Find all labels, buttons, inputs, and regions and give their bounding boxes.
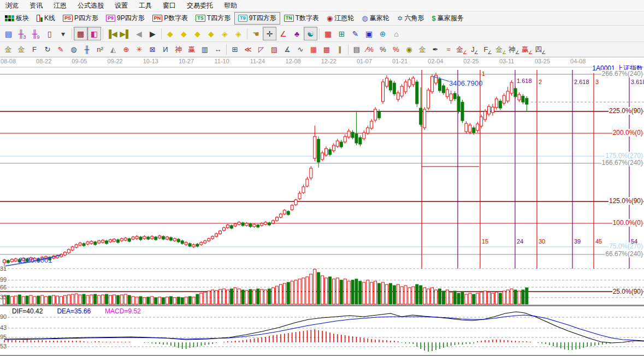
brain-tool-icon-glyph: ☯ <box>307 29 314 38</box>
menu-item-7[interactable]: 交易委托 <box>181 0 218 11</box>
module-button-t-square[interactable]: TST四方形 <box>192 12 234 25</box>
shen-angle-icon[interactable]: 神∠ <box>507 43 521 56</box>
menu-item-3[interactable]: 公式选股 <box>72 0 109 11</box>
gold-scale-icon[interactable]: 金 <box>2 43 15 56</box>
gann-vertical-top-label-7: 3.618 <box>631 79 644 85</box>
module-button-blocks[interactable]: 板块 <box>1 12 33 25</box>
spiral-icon[interactable]: ↻ <box>41 43 54 56</box>
next-bar-icon[interactable]: ▶ <box>146 27 159 40</box>
angle-set-icon[interactable]: ∡ <box>281 43 294 56</box>
gann-net-icon[interactable]: ▨ <box>268 43 281 56</box>
ink-pen-icon[interactable]: ✒ <box>429 43 442 56</box>
module-button-gann-wheel[interactable]: ◉江恩轮 <box>323 12 358 25</box>
percent-icon[interactable]: % <box>376 43 389 56</box>
dropdown-arrow-icon[interactable]: ▾ <box>56 27 70 40</box>
gann-level-label-3: 175.0%(270) <box>605 152 643 159</box>
ying-angle-icon[interactable]: 赢∠ <box>521 43 534 56</box>
diamond-left-icon[interactable]: ◆ <box>163 27 177 40</box>
circle-cross-icon[interactable]: ⊕ <box>120 43 133 56</box>
diamond-star-icon[interactable]: ◈ <box>218 27 232 40</box>
crosshair-icon[interactable]: ✛ <box>263 27 276 40</box>
menu-item-1[interactable]: 资讯 <box>24 0 48 11</box>
toolbar-separator <box>319 28 320 39</box>
report-icon[interactable]: ▤ <box>2 27 15 40</box>
diamond-plus-icon[interactable]: ◈ <box>232 27 245 40</box>
fan-lines-icon[interactable]: ≪ <box>241 43 255 56</box>
gann-box-icon[interactable]: ▩ <box>74 27 87 40</box>
module-button-p-digit[interactable]: PNP数字表 <box>149 12 192 25</box>
menu-item-0[interactable]: 浏览 <box>0 0 24 11</box>
wave-band-icon[interactable]: ≈ <box>442 43 455 56</box>
kline-9-icon[interactable]: ╫9 <box>29 27 43 40</box>
gold-circle-icon-glyph: ◉ <box>406 45 412 54</box>
web-box-icon[interactable]: ⊠ <box>146 43 159 56</box>
percent-line-icon[interactable]: ⁄% <box>363 43 376 56</box>
f-ruler-icon[interactable]: F <box>28 43 41 56</box>
gold-angle-red-icon[interactable]: 金∠ <box>455 43 468 56</box>
angle-fan-icon[interactable]: ◭ <box>107 43 120 56</box>
stats-table-icon[interactable]: ▤ <box>350 43 363 56</box>
last-bar-icon[interactable]: ▶▌ <box>119 27 132 40</box>
diamond-compress-icon[interactable]: ◆ <box>204 27 218 40</box>
module-button-hexagon[interactable]: ✡六角形 <box>393 12 428 25</box>
module-button-kline[interactable]: K线 <box>33 12 59 25</box>
ruler-ticks-icon[interactable]: ╫ <box>80 43 93 56</box>
tree-tool-icon[interactable]: ♣ <box>290 27 304 40</box>
gann-vertical-bottom-label-4: 30 <box>539 238 545 245</box>
spider-web-icon[interactable]: ✳ <box>133 43 146 56</box>
first-bar-icon[interactable]: ▐◀ <box>105 27 119 40</box>
volume-profile-icon[interactable]: ◧ <box>87 27 101 40</box>
parallel-lines-icon[interactable]: ∥ <box>333 43 346 56</box>
calendar-icon[interactable]: ▦ <box>321 27 335 40</box>
toolbar-separator <box>161 28 162 39</box>
brush-icon[interactable]: ✎ <box>54 43 67 56</box>
diamond-right-icon[interactable]: ◆ <box>177 27 191 40</box>
kline-3-icon[interactable]: ╫3 <box>15 27 29 40</box>
n-square-icon[interactable]: n² <box>93 43 107 56</box>
hand-icon[interactable]: ☚ <box>249 27 263 40</box>
swing-mark-icon[interactable]: И <box>159 43 172 56</box>
save-icon[interactable]: ▣ <box>362 27 376 40</box>
f-angle-icon[interactable]: F∠ <box>481 43 494 56</box>
remote-pc-icon[interactable]: ⌂ <box>389 27 403 40</box>
module-button-winner-wheel[interactable]: ◍赢家轮 <box>358 12 393 25</box>
menu-item-2[interactable]: 江恩 <box>48 0 72 11</box>
module-button-winner-service[interactable]: $赢家服务 <box>428 12 468 25</box>
net-sync-icon[interactable]: ⊕ <box>376 27 389 40</box>
grid-box-icon[interactable]: ⊞ <box>228 43 241 56</box>
module-button-nine-t-square[interactable]: T99T四方形 <box>234 12 280 25</box>
gold-angle-icon[interactable]: 金∠ <box>494 43 507 56</box>
shen-angle-icon-sub: ∠ <box>515 50 519 55</box>
span-arrows-icon[interactable]: ↔ <box>211 43 224 56</box>
diamond-expand-icon[interactable]: ◆ <box>191 27 204 40</box>
percent-levels-icon[interactable]: % <box>389 43 403 56</box>
candle-style-icon[interactable]: ▯ <box>43 27 56 40</box>
module-button-p-square[interactable]: PSP四方形 <box>59 12 102 25</box>
module-button-nine-p-square[interactable]: P99P四方形 <box>102 12 149 25</box>
ying-tool-icon[interactable]: 赢 <box>185 43 198 56</box>
red-grid-icon[interactable]: ▦ <box>307 43 320 56</box>
gold-levels-icon[interactable]: 金 <box>416 43 429 56</box>
menu-item-6[interactable]: 窗口 <box>157 0 181 11</box>
fan-box-icon[interactable]: ◸ <box>255 43 268 56</box>
four-angle-icon[interactable]: 四∠ <box>534 43 547 56</box>
small-wheel-icon[interactable]: ◍ <box>67 43 80 56</box>
notepad-icon[interactable]: ✎ <box>348 27 362 40</box>
angle-line-icon[interactable]: ∠ <box>276 27 290 40</box>
calculator-icon[interactable]: ⊞ <box>335 27 348 40</box>
shen-tool-icon[interactable]: 神 <box>172 43 185 56</box>
red-grid2-icon[interactable]: ▩ <box>320 43 333 56</box>
zigzag-icon[interactable]: ∿ <box>294 43 307 56</box>
j-angle-icon[interactable]: J∠ <box>468 43 481 56</box>
module-button-label: 9T四方形 <box>249 14 276 23</box>
module-button-t-digit[interactable]: TNT数字表 <box>280 12 323 25</box>
menu-item-4[interactable]: 设置 <box>109 0 133 11</box>
gold-circle-icon[interactable]: ◉ <box>403 43 416 56</box>
menu-item-5[interactable]: 工具 <box>133 0 157 11</box>
brain-tool-icon[interactable]: ☯ <box>304 27 317 40</box>
menu-item-8[interactable]: 帮助 <box>218 0 243 11</box>
ruler-123-icon[interactable]: ▥ <box>198 43 211 56</box>
prev-bar-icon[interactable]: ◀ <box>132 27 146 40</box>
gold-scale2-icon[interactable]: 金 <box>15 43 28 56</box>
stats-table-icon-glyph: ▤ <box>353 45 360 54</box>
